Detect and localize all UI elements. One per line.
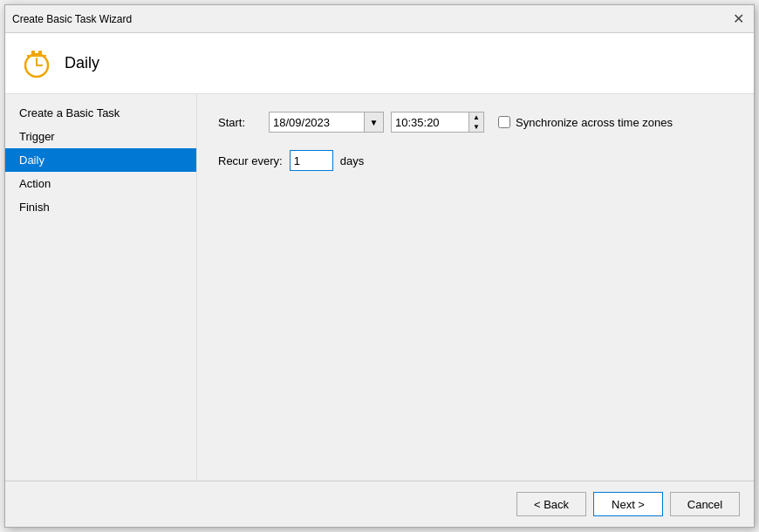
sync-checkbox[interactable] — [498, 116, 510, 128]
dialog-title: Create Basic Task Wizard — [12, 13, 132, 25]
time-input[interactable] — [391, 112, 469, 133]
sidebar-item-action[interactable]: Action — [5, 172, 196, 195]
calendar-picker-button[interactable]: ▼ — [365, 112, 384, 133]
title-bar: Create Basic Task Wizard ✕ — [5, 5, 754, 33]
recur-input[interactable] — [290, 150, 333, 171]
sidebar-item-daily[interactable]: Daily — [5, 148, 196, 172]
next-button[interactable]: Next > — [593, 492, 663, 516]
days-label: days — [340, 154, 364, 167]
header-icon — [19, 46, 54, 81]
sidebar: Create a Basic Task Trigger Daily Action… — [5, 94, 197, 481]
daily-icon — [20, 47, 53, 80]
sidebar-item-create-basic-task[interactable]: Create a Basic Task — [5, 101, 196, 125]
recur-label: Recur every: — [218, 154, 283, 167]
start-label: Start: — [218, 116, 262, 129]
calendar-icon: ▼ — [370, 118, 379, 127]
content-area: Create a Basic Task Trigger Daily Action… — [5, 94, 754, 481]
dialog: Create Basic Task Wizard ✕ Daily Create … — [4, 4, 755, 528]
cancel-button[interactable]: Cancel — [670, 492, 740, 516]
footer: < Back Next > Cancel — [5, 481, 754, 527]
time-spin-down[interactable]: ▼ — [469, 122, 483, 132]
sync-checkbox-label[interactable]: Synchronize across time zones — [498, 116, 673, 129]
header-title: Daily — [65, 54, 99, 72]
header-section: Daily — [5, 33, 754, 94]
time-spin-buttons: ▲ ▼ — [469, 112, 484, 133]
sidebar-item-trigger[interactable]: Trigger — [5, 125, 196, 148]
close-button[interactable]: ✕ — [729, 10, 747, 28]
start-row: Start: ▼ ▲ ▼ Synchronize across — [218, 112, 733, 133]
main-content: Start: ▼ ▲ ▼ Synchronize across — [197, 94, 754, 481]
sidebar-item-finish[interactable]: Finish — [5, 195, 196, 219]
time-spin-up[interactable]: ▲ — [469, 113, 483, 122]
date-field-group: ▼ — [269, 112, 384, 133]
time-input-wrapper: ▲ ▼ — [391, 112, 484, 133]
sync-label-text: Synchronize across time zones — [516, 116, 673, 129]
recur-row: Recur every: days — [218, 150, 733, 171]
date-input[interactable] — [269, 112, 365, 133]
back-button[interactable]: < Back — [516, 492, 586, 516]
